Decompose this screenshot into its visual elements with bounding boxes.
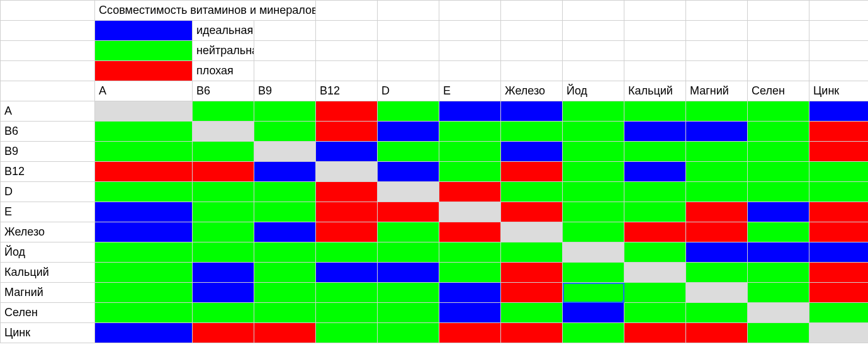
matrix-cell[interactable] xyxy=(748,182,809,202)
matrix-cell[interactable] xyxy=(809,222,868,242)
matrix-cell[interactable] xyxy=(254,242,316,263)
matrix-cell[interactable] xyxy=(748,122,809,142)
matrix-cell[interactable] xyxy=(439,222,501,242)
matrix-cell[interactable] xyxy=(563,101,624,122)
matrix-cell[interactable] xyxy=(439,122,501,142)
matrix-cell[interactable] xyxy=(624,202,686,222)
matrix-cell[interactable] xyxy=(748,323,809,343)
matrix-cell[interactable] xyxy=(378,142,439,162)
matrix-cell[interactable] xyxy=(316,323,378,343)
matrix-cell[interactable] xyxy=(193,162,254,182)
matrix-cell[interactable] xyxy=(254,202,316,222)
matrix-cell[interactable] xyxy=(193,263,254,283)
matrix-cell[interactable] xyxy=(193,283,254,303)
matrix-cell[interactable] xyxy=(254,303,316,323)
matrix-cell[interactable] xyxy=(809,122,868,142)
matrix-cell[interactable] xyxy=(748,101,809,122)
matrix-cell[interactable] xyxy=(501,142,563,162)
matrix-cell[interactable] xyxy=(439,142,501,162)
matrix-cell[interactable] xyxy=(809,202,868,222)
matrix-cell[interactable] xyxy=(501,162,563,182)
matrix-cell[interactable] xyxy=(686,283,748,303)
matrix-cell[interactable] xyxy=(316,162,378,182)
matrix-cell[interactable] xyxy=(254,122,316,142)
matrix-cell[interactable] xyxy=(624,101,686,122)
matrix-cell[interactable] xyxy=(624,242,686,263)
matrix-cell[interactable] xyxy=(501,263,563,283)
matrix-cell[interactable] xyxy=(193,303,254,323)
matrix-cell[interactable] xyxy=(501,101,563,122)
matrix-cell[interactable] xyxy=(378,222,439,242)
matrix-cell[interactable] xyxy=(193,202,254,222)
matrix-cell[interactable] xyxy=(563,122,624,142)
matrix-cell[interactable] xyxy=(193,242,254,263)
matrix-cell[interactable] xyxy=(501,202,563,222)
matrix-cell[interactable] xyxy=(95,202,193,222)
matrix-cell[interactable] xyxy=(809,101,868,122)
matrix-cell[interactable] xyxy=(748,303,809,323)
matrix-cell[interactable] xyxy=(624,323,686,343)
matrix-cell[interactable] xyxy=(193,182,254,202)
matrix-cell[interactable] xyxy=(501,242,563,263)
matrix-cell[interactable] xyxy=(254,323,316,343)
matrix-cell[interactable] xyxy=(95,182,193,202)
matrix-cell[interactable] xyxy=(686,101,748,122)
matrix-cell[interactable] xyxy=(439,283,501,303)
matrix-cell[interactable] xyxy=(809,303,868,323)
matrix-cell[interactable] xyxy=(378,101,439,122)
matrix-cell[interactable] xyxy=(686,162,748,182)
matrix-cell[interactable] xyxy=(378,323,439,343)
matrix-cell[interactable] xyxy=(563,283,624,303)
matrix-cell[interactable] xyxy=(686,303,748,323)
matrix-cell[interactable] xyxy=(378,162,439,182)
matrix-cell[interactable] xyxy=(254,101,316,122)
matrix-cell[interactable] xyxy=(254,263,316,283)
matrix-cell[interactable] xyxy=(378,122,439,142)
matrix-cell[interactable] xyxy=(316,222,378,242)
matrix-cell[interactable] xyxy=(439,182,501,202)
matrix-cell[interactable] xyxy=(624,122,686,142)
matrix-cell[interactable] xyxy=(563,323,624,343)
matrix-cell[interactable] xyxy=(95,142,193,162)
matrix-cell[interactable] xyxy=(748,162,809,182)
matrix-cell[interactable] xyxy=(95,162,193,182)
matrix-cell[interactable] xyxy=(439,303,501,323)
matrix-cell[interactable] xyxy=(563,182,624,202)
matrix-cell[interactable] xyxy=(563,222,624,242)
matrix-cell[interactable] xyxy=(686,242,748,263)
matrix-cell[interactable] xyxy=(809,182,868,202)
matrix-cell[interactable] xyxy=(254,142,316,162)
matrix-cell[interactable] xyxy=(563,202,624,222)
matrix-cell[interactable] xyxy=(95,222,193,242)
matrix-cell[interactable] xyxy=(254,283,316,303)
matrix-cell[interactable] xyxy=(439,323,501,343)
matrix-cell[interactable] xyxy=(748,242,809,263)
matrix-cell[interactable] xyxy=(686,142,748,162)
matrix-cell[interactable] xyxy=(686,263,748,283)
matrix-cell[interactable] xyxy=(95,283,193,303)
matrix-cell[interactable] xyxy=(193,323,254,343)
matrix-cell[interactable] xyxy=(378,303,439,323)
matrix-cell[interactable] xyxy=(316,122,378,142)
matrix-cell[interactable] xyxy=(624,142,686,162)
matrix-cell[interactable] xyxy=(95,323,193,343)
matrix-cell[interactable] xyxy=(316,182,378,202)
matrix-cell[interactable] xyxy=(501,283,563,303)
matrix-cell[interactable] xyxy=(378,283,439,303)
matrix-cell[interactable] xyxy=(378,182,439,202)
matrix-cell[interactable] xyxy=(501,303,563,323)
matrix-cell[interactable] xyxy=(439,101,501,122)
matrix-cell[interactable] xyxy=(316,202,378,222)
matrix-cell[interactable] xyxy=(95,263,193,283)
matrix-cell[interactable] xyxy=(316,303,378,323)
matrix-cell[interactable] xyxy=(316,101,378,122)
matrix-cell[interactable] xyxy=(439,242,501,263)
matrix-cell[interactable] xyxy=(809,263,868,283)
matrix-cell[interactable] xyxy=(809,142,868,162)
matrix-cell[interactable] xyxy=(624,283,686,303)
matrix-cell[interactable] xyxy=(501,222,563,242)
matrix-cell[interactable] xyxy=(254,182,316,202)
matrix-cell[interactable] xyxy=(501,182,563,202)
matrix-cell[interactable] xyxy=(686,122,748,142)
matrix-cell[interactable] xyxy=(378,202,439,222)
